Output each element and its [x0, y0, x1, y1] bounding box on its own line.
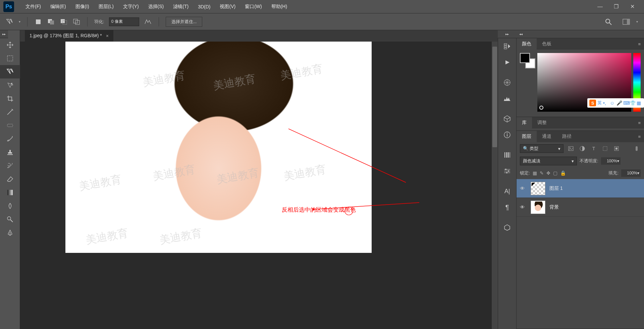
tab-paths[interactable]: 路径: [557, 131, 577, 142]
ime-toolbar[interactable]: S 英 •, ☺ 🎤 ⌨ 👕 ▦: [587, 98, 644, 108]
toolbox-expand-button[interactable]: ▸▸: [0, 30, 8, 38]
brush-tool[interactable]: [0, 132, 20, 146]
window-minimize-button[interactable]: —: [595, 3, 605, 11]
quick-select-tool[interactable]: [0, 78, 20, 92]
chevron-down-icon[interactable]: ▾: [636, 20, 638, 23]
layer-thumbnail[interactable]: [531, 182, 545, 195]
lasso-tool[interactable]: [0, 65, 20, 78]
info-panel-icon[interactable]: [498, 127, 517, 143]
dodge-tool[interactable]: [0, 213, 20, 226]
menu-3d[interactable]: 3D(D): [193, 0, 215, 13]
ime-skin-icon[interactable]: 👕: [630, 100, 635, 106]
sogou-ime-icon[interactable]: S: [589, 100, 596, 106]
lock-all-icon[interactable]: 🔒: [560, 170, 566, 176]
chevron-down-icon[interactable]: ▾: [19, 20, 20, 23]
layer-filter-type-select[interactable]: 🔍 类型 ▾: [520, 144, 564, 153]
color-picker-cursor[interactable]: [539, 106, 543, 110]
menu-type[interactable]: 文字(Y): [118, 0, 144, 13]
filter-smart-icon[interactable]: [612, 145, 621, 153]
ime-voice-icon[interactable]: 🎤: [616, 100, 622, 106]
panel-menu-icon[interactable]: ≡: [635, 42, 644, 47]
layer-thumbnail[interactable]: [531, 201, 545, 214]
panel-collapse-button[interactable]: ◂◂: [517, 30, 644, 38]
select-and-mask-button[interactable]: 选择并遮住...: [166, 17, 203, 27]
menu-edit[interactable]: 编辑(E): [46, 0, 71, 13]
filter-toggle-icon[interactable]: [633, 145, 641, 153]
crop-tool[interactable]: [0, 92, 20, 105]
3d-panel-icon[interactable]: [498, 111, 517, 127]
selection-intersect-icon[interactable]: [72, 18, 80, 26]
panel-menu-icon[interactable]: ≡: [635, 120, 644, 125]
actions-panel-icon[interactable]: [498, 54, 517, 70]
lock-artboard-icon[interactable]: ▢: [553, 170, 557, 176]
visibility-eye-icon[interactable]: 👁: [520, 185, 527, 191]
lock-position-icon[interactable]: ✥: [546, 170, 550, 176]
tab-swatches[interactable]: 色板: [537, 38, 557, 50]
menu-view[interactable]: 视图(V): [215, 0, 240, 13]
layer-item[interactable]: 👁 背景: [517, 198, 644, 217]
close-icon[interactable]: ×: [106, 33, 109, 39]
canvas-viewport[interactable]: 美迪教育 美迪教育 美迪教育 美迪教育 美迪教育 美迪教育 美迪教育 美迪教育 …: [20, 42, 498, 329]
panel-menu-icon[interactable]: ≡: [635, 134, 644, 139]
3d-scene-panel-icon[interactable]: [498, 219, 517, 235]
filter-pixel-icon[interactable]: [567, 145, 575, 153]
stamp-tool[interactable]: [0, 146, 20, 159]
character-panel-icon[interactable]: A|: [498, 183, 517, 199]
navigator-panel-icon[interactable]: [498, 74, 517, 91]
eraser-tool[interactable]: [0, 172, 20, 186]
panel-expand-button[interactable]: ▸▸: [498, 30, 517, 38]
ime-lang-label[interactable]: 英: [597, 100, 602, 106]
menu-filter[interactable]: 滤镜(T): [168, 0, 193, 13]
blur-tool[interactable]: [0, 199, 20, 213]
paragraph-panel-icon[interactable]: ¶: [498, 199, 517, 215]
menu-window[interactable]: 窗口(W): [240, 0, 267, 13]
gradient-tool[interactable]: [0, 186, 20, 199]
search-icon[interactable]: [605, 18, 612, 25]
selection-subtract-icon[interactable]: [60, 18, 68, 26]
marquee-tool[interactable]: [0, 52, 20, 65]
selection-add-icon[interactable]: [47, 18, 55, 26]
tab-library[interactable]: 库: [517, 117, 532, 128]
ime-toolbox-icon[interactable]: ▦: [637, 100, 642, 106]
brushes-panel-icon[interactable]: [498, 147, 517, 163]
selection-new-icon[interactable]: [34, 18, 42, 26]
foreground-background-swatch[interactable]: [520, 53, 535, 68]
ime-keyboard-icon[interactable]: ⌨: [623, 100, 629, 106]
window-close-button[interactable]: ✕: [627, 3, 637, 11]
pen-tool[interactable]: [0, 226, 20, 239]
heal-tool[interactable]: [0, 119, 20, 132]
lock-image-icon[interactable]: ✎: [540, 170, 544, 176]
document-tab[interactable]: 1.jpeg @ 173% (图层 1, RGB/8#) * ×: [25, 30, 113, 42]
layer-name[interactable]: 背景: [549, 204, 559, 210]
tab-adjustments[interactable]: 调整: [532, 117, 552, 128]
menu-help[interactable]: 帮助(H): [267, 0, 292, 13]
menu-file[interactable]: 文件(F): [21, 0, 46, 13]
menu-select[interactable]: 选择(S): [144, 0, 169, 13]
visibility-eye-icon[interactable]: 👁: [520, 204, 527, 210]
menu-image[interactable]: 图像(I): [71, 0, 94, 13]
antialias-icon[interactable]: [144, 18, 152, 26]
ime-punct-icon[interactable]: •,: [603, 100, 608, 106]
move-tool[interactable]: [0, 38, 20, 52]
layer-name[interactable]: 图层 1: [549, 185, 563, 191]
opacity-input[interactable]: 100% ▾: [601, 157, 621, 165]
fill-input[interactable]: 100% ▾: [621, 169, 641, 177]
foreground-color-swatch[interactable]: [520, 53, 530, 63]
brush-settings-panel-icon[interactable]: [498, 163, 517, 179]
menu-layer[interactable]: 图层(L): [94, 0, 118, 13]
blend-mode-select[interactable]: 颜色减淡 ▾: [520, 157, 577, 165]
tab-layers[interactable]: 图层: [517, 131, 537, 142]
layer-item[interactable]: 👁 图层 1: [517, 179, 644, 198]
filter-type-icon[interactable]: T: [590, 145, 598, 153]
lock-transparency-icon[interactable]: ▦: [533, 170, 537, 176]
history-panel-icon[interactable]: [498, 38, 517, 54]
scrollbar-thumb[interactable]: [492, 47, 497, 147]
ime-emoji-icon[interactable]: ☺: [610, 100, 615, 106]
tab-color[interactable]: 颜色: [517, 38, 537, 50]
eyedropper-tool[interactable]: [0, 105, 20, 119]
filter-adjust-icon[interactable]: [578, 145, 586, 153]
vertical-scrollbar[interactable]: [492, 42, 498, 329]
tool-preset-icon[interactable]: [6, 18, 14, 26]
history-brush-tool[interactable]: [0, 159, 20, 172]
workspace-switcher-icon[interactable]: [622, 18, 630, 26]
